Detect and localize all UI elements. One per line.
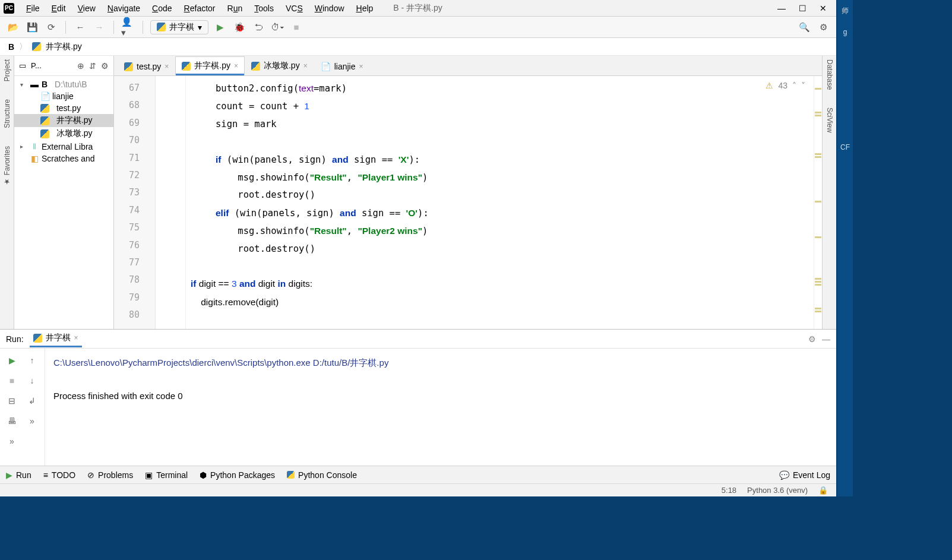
collapse-icon[interactable]: ⇵ [89,61,96,71]
gear-icon[interactable]: ⚙ [101,61,109,71]
menu-vcs[interactable]: VCS [280,2,309,14]
avatar-icon[interactable]: 👤▾ [121,20,135,34]
taskbar-item[interactable]: CF [840,143,850,151]
chevron-down-icon[interactable]: ˅ [801,81,805,90]
tab-bingdundun[interactable]: 冰墩墩.py× [245,56,314,75]
tree-file-lianjie[interactable]: 📄lianjie [14,90,113,102]
tree-file-test[interactable]: test.py [14,102,113,114]
menu-tools[interactable]: Tools [248,2,280,14]
search-icon[interactable]: 🔍 [797,20,811,34]
database-tool-button[interactable]: Database [826,59,834,90]
breadcrumb-root[interactable]: B [8,42,14,52]
close-icon[interactable]: × [234,62,238,70]
folder-icon: ▭ [19,61,26,70]
menu-view[interactable]: View [72,2,102,14]
tab-tictactoe[interactable]: 井字棋.py× [175,56,245,75]
scroll-up-icon[interactable]: ↑ [24,352,40,369]
close-icon[interactable]: × [359,62,363,71]
stop-button[interactable]: ■ [289,20,303,34]
menu-help[interactable]: Help [350,2,379,14]
menu-run[interactable]: Run [222,2,249,14]
close-button[interactable]: ✕ [820,4,827,13]
python-packages-button[interactable]: ⬢Python Packages [200,470,275,480]
warning-count: 43 [778,81,787,90]
warning-icon: ⚠ [766,81,773,90]
taskbar-item[interactable]: g [843,28,847,36]
stop-button[interactable]: ■ [4,372,20,389]
chevron-right-icon: 〉 [19,42,27,52]
interpreter-label[interactable]: Python 3.6 (venv) [747,486,808,495]
tab-test[interactable]: test.py× [118,58,175,75]
console-cmd: C:\Users\Lenovo\PycharmProjects\dierci\v… [53,355,828,371]
terminal-tool-button[interactable]: ▣Terminal [145,470,188,480]
gear-icon[interactable]: ⚙ [808,334,816,344]
close-icon[interactable]: × [74,334,78,342]
forward-icon[interactable]: → [92,20,106,34]
menu-code[interactable]: Code [146,2,178,14]
ide-window: PC File Edit View Navigate Code Refactor… [0,0,836,496]
close-icon[interactable]: × [165,62,169,71]
error-stripe[interactable] [814,76,822,329]
minimize-panel-icon[interactable]: — [822,334,830,344]
inspection-widget[interactable]: ⚠ 43 ˄ ˅ [766,81,805,90]
tree-file-bingdundun[interactable]: 冰墩墩.py [14,127,113,140]
menu-refactor[interactable]: Refactor [178,2,222,14]
open-icon[interactable]: 📂 [6,20,20,34]
run-panel: Run: 井字棋 × ⚙ — ▶ ↑ ■ ↓ ⊟ ↲ 🖶 » » [0,329,836,466]
layout-icon[interactable]: ⊟ [4,393,20,409]
left-tool-strip: Project Structure ★ Favorites [0,56,14,329]
run-label: Run: [6,334,24,344]
code-editor[interactable]: 6768697071727374757677787980 button2.con… [114,76,822,329]
todo-tool-button[interactable]: ≡TODO [43,470,75,480]
more-icon-2[interactable]: » [4,433,20,450]
problems-tool-button[interactable]: ⊘Problems [87,470,133,480]
coverage-icon[interactable]: ⮌ [251,20,265,34]
os-taskbar[interactable]: 师 g CF [837,0,853,496]
more-icon[interactable]: » [24,413,40,429]
menu-window[interactable]: Window [309,2,350,14]
event-log-button[interactable]: 💬Event Log [779,470,830,480]
minimize-button[interactable]: — [777,4,786,13]
structure-tool-button[interactable]: Structure [3,99,11,128]
tree-scratches[interactable]: ◧Scratches and [14,153,113,164]
debug-button[interactable]: 🐞 [232,20,246,34]
scroll-down-icon[interactable]: ↓ [24,372,40,389]
target-icon[interactable]: ⊕ [77,61,84,71]
code-content[interactable]: button2.config(text=mark) count = count … [185,76,814,329]
profile-icon[interactable]: ⏱▾ [270,20,284,34]
menu-file[interactable]: File [20,2,46,14]
breadcrumb-file[interactable]: 井字棋.py [46,42,82,52]
line-gutter[interactable]: 6768697071727374757677787980 [114,76,156,329]
print-icon[interactable]: 🖶 [4,413,20,429]
run-tool-button[interactable]: ▶Run [6,470,31,480]
project-label[interactable]: P... [31,61,42,70]
run-button[interactable]: ▶ [213,20,227,34]
chevron-up-icon[interactable]: ˄ [792,81,796,90]
tree-root[interactable]: ▾▬ B D:\tutu\B [14,78,113,90]
run-tab[interactable]: 井字棋 × [30,330,82,347]
menu-navigate[interactable]: Navigate [102,2,146,14]
rerun-button[interactable]: ▶ [4,352,20,369]
settings-icon[interactable]: ⚙ [816,20,830,34]
tree-external-libs[interactable]: ▸⫴External Libra [14,140,113,153]
caret-position[interactable]: 5:18 [722,486,736,495]
maximize-button[interactable]: ☐ [799,4,806,13]
project-tree[interactable]: ▾▬ B D:\tutu\B 📄lianjie test.py 井字棋.py 冰… [14,76,113,329]
soft-wrap-icon[interactable]: ↲ [24,393,40,409]
menu-edit[interactable]: Edit [46,2,72,14]
tab-lianjie[interactable]: 📄lianjie× [314,58,370,75]
close-icon[interactable]: × [303,62,308,70]
project-tool-button[interactable]: Project [3,59,11,81]
back-icon[interactable]: ← [73,20,87,34]
sciview-tool-button[interactable]: SciView [826,107,834,132]
run-config-selector[interactable]: 井字棋 ▾ [150,20,208,34]
console-output[interactable]: C:\Users\Lenovo\PycharmProjects\dierci\v… [45,349,836,466]
save-icon[interactable]: 💾 [25,20,39,34]
window-title: B - 井字棋.py [393,3,442,14]
refresh-icon[interactable]: ⟳ [44,20,58,34]
lock-icon[interactable]: 🔒 [818,486,828,495]
tree-file-tictactoe[interactable]: 井字棋.py [14,114,113,127]
favorites-tool-button[interactable]: ★ Favorites [3,146,11,186]
taskbar-item[interactable]: 师 [842,6,849,16]
python-console-button[interactable]: Python Console [287,470,357,480]
